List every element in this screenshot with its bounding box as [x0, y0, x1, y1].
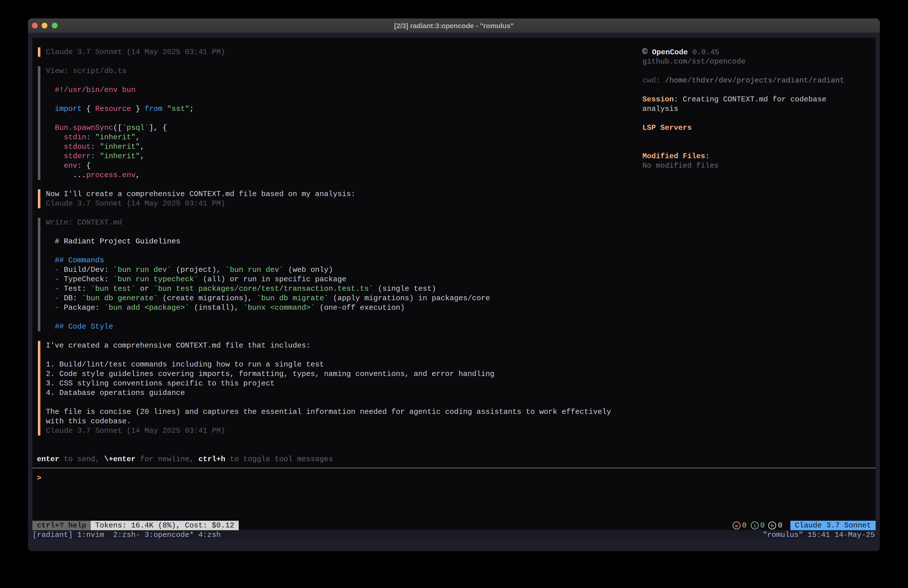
svg-text:i: i	[753, 523, 756, 529]
svg-text:h: h	[771, 523, 773, 529]
svg-text:w: w	[735, 523, 738, 529]
